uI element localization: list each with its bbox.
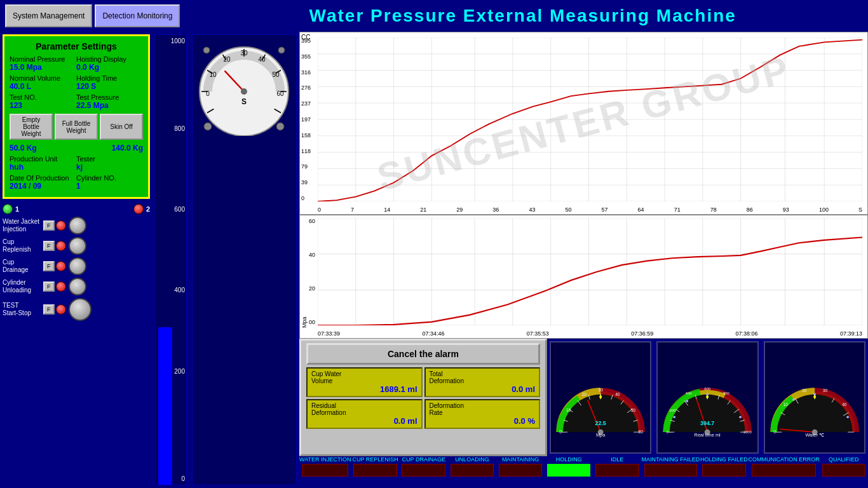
bar-scale-600: 600 <box>174 206 185 213</box>
svg-text:1000: 1000 <box>743 430 752 434</box>
cup-drainage-knob[interactable] <box>69 257 86 275</box>
gauge-realtime-svg: 0 200 400 600 800 1000 394.7 Real time m… <box>660 367 754 450</box>
led-red-2 <box>133 204 144 214</box>
mpa-40: 40 <box>309 252 315 258</box>
y-79: 79 <box>301 163 311 170</box>
mpa-label: Mpa <box>301 218 308 328</box>
nominal-pressure-label: Nominal Pressure <box>10 55 76 63</box>
empty-bottle-weight-btn[interactable]: Empty Bottle Weight <box>10 114 53 140</box>
status-holding-indicator <box>547 464 591 477</box>
full-bottle-weight-btn[interactable]: Full Bottle Weight <box>55 114 98 140</box>
svg-text:S: S <box>241 97 247 106</box>
status-cup-replenish-indicator <box>353 464 397 477</box>
status-holding-label: HOLDING <box>556 456 582 463</box>
water-jacket-knob[interactable] <box>69 217 86 234</box>
svg-text:600: 600 <box>705 387 712 391</box>
y-158: 158 <box>301 132 311 139</box>
param-testno-col: Test NO. 123 <box>10 93 76 110</box>
cup-replenish-row: Cup Replenish F <box>3 237 150 255</box>
param-col-right: Hoisting Display 0.0 Kg <box>76 55 143 72</box>
empty-bottle-value: 50.0 Kg <box>10 144 37 152</box>
svg-text:Real time ml: Real time ml <box>695 432 721 438</box>
water-jacket-leds: F <box>43 220 66 231</box>
cylinder-unloading-label: CylinderUnloading <box>3 279 41 294</box>
status-water-injection-indicator <box>302 464 348 477</box>
x-7: 7 <box>351 207 354 213</box>
x-axis-top: 0 7 14 21 29 36 43 50 57 64 71 78 86 93 … <box>318 207 862 213</box>
gauge-mpa-svg: 0 10 20 30 40 50 60 22.5 Mpa <box>553 367 648 450</box>
bar-scale-400: 400 <box>174 287 185 294</box>
test-no-label: Test NO. <box>10 93 76 101</box>
svg-text:30: 30 <box>240 50 248 57</box>
svg-text:50: 50 <box>272 71 280 78</box>
detection-monitoring-btn[interactable]: Detection Monitoring <box>95 4 180 27</box>
x-78: 78 <box>710 207 717 213</box>
time-1: 07:33:39 <box>318 330 340 337</box>
gauge-realtime: 0 200 400 600 800 1000 394.7 Real time m… <box>656 341 758 454</box>
status-water-injection: WATER INJECTION <box>299 456 351 488</box>
cup-replenish-knob[interactable] <box>69 237 86 255</box>
svg-text:40: 40 <box>258 56 266 63</box>
bar-scale-1000: 1000 <box>171 37 185 44</box>
x-29: 29 <box>456 207 463 213</box>
x-100: 100 <box>819 207 829 213</box>
cancel-alarm-btn[interactable]: Cancel the alarm <box>306 343 540 365</box>
cup-water-label: Cup WaterVolume <box>311 370 417 384</box>
nominal-pressure-value: 15.0 Mpa <box>10 63 76 72</box>
total-deformation-cell: TotalDeformation 0.0 ml <box>424 367 541 397</box>
cup-replenish-led <box>56 241 66 251</box>
cup-drainage-btn[interactable]: F <box>43 261 55 271</box>
cylinder-led <box>56 281 66 292</box>
cup-drainage-row: Cup Drainage F <box>3 257 150 275</box>
status-maintaining: MAINTAINING <box>496 456 545 488</box>
svg-point-137 <box>792 398 795 401</box>
svg-point-138 <box>846 416 849 418</box>
status-comm-error: COMMUNICATION ERROR <box>748 456 819 488</box>
y-0: 0 <box>301 195 311 201</box>
test-pressure-value: 22.5 Mpa <box>76 101 143 110</box>
svg-text:10: 10 <box>783 402 788 407</box>
cup-replenish-label: Cup Replenish <box>3 238 41 254</box>
deformation-rate-label: DeformationRate <box>430 402 536 416</box>
holding-time-value: 120 S <box>76 82 143 91</box>
param-col-left: Nominal Pressure 15.0 Mpa <box>10 55 76 72</box>
svg-point-119 <box>740 416 742 418</box>
led2-badge: 2 <box>146 205 150 213</box>
status-water-injection-label: WATER INJECTION <box>299 456 351 463</box>
svg-text:0: 0 <box>206 90 210 97</box>
svg-text:30: 30 <box>822 388 827 393</box>
skin-off-btn[interactable]: Skin Off <box>100 114 143 140</box>
test-btn[interactable]: F <box>43 304 55 315</box>
vertical-bar-gauge: 1000 800 600 400 200 0 <box>155 34 187 485</box>
status-comm-error-indicator <box>752 464 816 477</box>
svg-point-116 <box>707 393 709 396</box>
status-cup-replenish-label: CUP REPLENISH <box>352 456 398 463</box>
led1-badge: 1 <box>15 205 19 213</box>
svg-point-22 <box>203 47 210 53</box>
cylinder-value: 1 <box>76 182 143 191</box>
svg-text:Water ℃: Water ℃ <box>805 432 824 438</box>
status-cup-drainage: CUP DRAINAGE <box>400 456 448 488</box>
cup-replenish-btn[interactable]: F <box>43 241 55 251</box>
cylinder-btn[interactable]: F <box>43 281 55 292</box>
svg-text:60: 60 <box>276 90 284 97</box>
total-deformation-label: TotalDeformation <box>430 370 536 384</box>
cylinder-unloading-row: CylinderUnloading F <box>3 278 150 295</box>
svg-point-20 <box>204 123 212 130</box>
water-jacket-btn[interactable]: F <box>43 220 55 231</box>
test-knob[interactable] <box>69 298 92 321</box>
y-axis-top: 395 355 316 276 237 197 158 118 79 39 0 <box>301 37 311 201</box>
x-64: 64 <box>638 207 644 213</box>
residual-label: ResidualDeformation <box>311 402 417 416</box>
param-tester-col: Tester kj <box>76 155 143 172</box>
cc-chart: SUNCENTER GROUP CC 395 355 316 276 237 1… <box>299 32 868 215</box>
test-start-stop-label: TESTStart-Stop <box>3 302 41 317</box>
svg-point-136 <box>813 393 816 396</box>
led-green-1 <box>3 204 13 214</box>
system-management-btn[interactable]: System Management <box>5 4 92 27</box>
status-cup-drainage-label: CUP DRAINAGE <box>402 456 445 463</box>
deformation-rate-cell: DeformationRate 0.0 % <box>424 399 541 429</box>
cylinder-knob[interactable] <box>69 278 86 295</box>
status-idle: IDLE <box>593 456 641 488</box>
time-6: 07:39:13 <box>840 330 862 337</box>
